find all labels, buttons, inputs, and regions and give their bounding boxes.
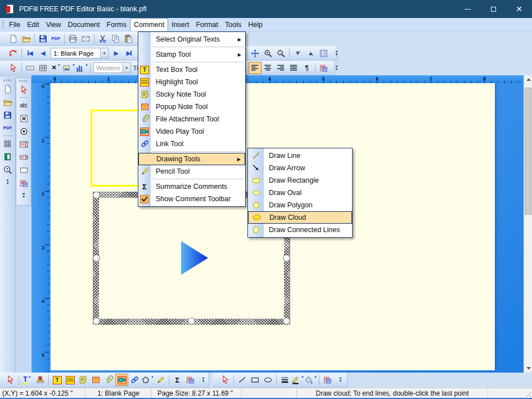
- barcode-field-button[interactable]: ▼: [75, 62, 88, 74]
- video-play-tool-button[interactable]: [115, 374, 128, 386]
- text-box-tool-button[interactable]: T: [51, 374, 64, 386]
- checkbox-field-button[interactable]: [17, 112, 30, 125]
- menu-item-select-original-texts[interactable]: Select Original Texts▶: [138, 33, 245, 46]
- menu-document[interactable]: Document: [65, 18, 103, 31]
- menu-view[interactable]: View: [43, 18, 65, 31]
- menu-item-draw-cloud[interactable]: Draw Cloud: [248, 211, 352, 224]
- page-selector[interactable]: 1: Blank Page▼: [51, 48, 109, 58]
- toolbar-grip[interactable]: [3, 79, 12, 81]
- close-button[interactable]: ✕: [506, 0, 532, 18]
- chevron-down-icon[interactable]: ▼: [123, 63, 130, 72]
- save-as-pdf-button[interactable]: PDF: [49, 33, 62, 45]
- drawing-tools-button[interactable]: ▼: [141, 374, 154, 386]
- paste-special-button[interactable]: [321, 374, 334, 386]
- menu-edit[interactable]: Edit: [24, 18, 43, 31]
- last-page-button[interactable]: ▶: [123, 47, 136, 60]
- menu-help[interactable]: Help: [245, 18, 266, 31]
- radio-field-button[interactable]: [17, 125, 30, 138]
- toolbar-overflow-button[interactable]: ▾: [330, 62, 343, 74]
- link-tool-button[interactable]: [128, 374, 141, 386]
- paste-special-button[interactable]: [17, 176, 30, 189]
- collapse-button[interactable]: ▼: [291, 47, 304, 60]
- menu-item-video-play-tool[interactable]: Video Play Tool: [138, 125, 245, 138]
- button-field-button[interactable]: [17, 164, 30, 176]
- previous-page-button[interactable]: ◀: [37, 47, 49, 60]
- menu-item-drawing-tools[interactable]: Drawing Tools▶: [138, 153, 245, 165]
- save-button[interactable]: [37, 33, 49, 45]
- open-button[interactable]: [1, 96, 15, 108]
- menu-format[interactable]: Format: [192, 18, 222, 31]
- menu-tools[interactable]: Tools: [222, 18, 245, 31]
- file-attachment-tool-button[interactable]: [102, 374, 115, 386]
- line-style-button[interactable]: [236, 374, 249, 386]
- multiple-pages-button[interactable]: [1, 137, 15, 150]
- image-field-button[interactable]: ▼: [62, 62, 75, 74]
- menu-item-pencil-tool[interactable]: Pencil Tool: [138, 165, 245, 178]
- line-width-button[interactable]: [278, 374, 291, 386]
- new-document-button[interactable]: [1, 83, 15, 96]
- menu-insert[interactable]: Insert: [168, 18, 192, 31]
- toolbar-overflow-button[interactable]: ▾: [17, 189, 30, 202]
- fill-color-button[interactable]: ▼: [304, 374, 317, 386]
- menu-item-summarize-comments[interactable]: ΣSummarize Comments: [138, 180, 245, 193]
- menu-item-draw-polygon[interactable]: Draw Polygon: [248, 199, 352, 211]
- menu-item-draw-oval[interactable]: Draw Oval: [248, 187, 352, 199]
- paste-special-button[interactable]: [184, 374, 197, 386]
- new-document-button[interactable]: [7, 33, 20, 45]
- print-button[interactable]: [66, 33, 79, 45]
- cut-button[interactable]: [96, 33, 109, 45]
- selection-handle[interactable]: [283, 255, 290, 262]
- menu-item-draw-rectangle[interactable]: Draw Rectangle: [248, 174, 352, 187]
- select-tool-button[interactable]: [219, 374, 232, 386]
- page-options-button[interactable]: [317, 47, 330, 60]
- zoom-dynamic-button[interactable]: [274, 47, 287, 60]
- refresh-button[interactable]: [7, 47, 20, 60]
- align-justify-button[interactable]: [287, 62, 300, 74]
- font-encoding-selector[interactable]: Western▼: [93, 62, 131, 73]
- minimize-button[interactable]: [454, 0, 480, 18]
- next-page-button[interactable]: ▶: [110, 47, 123, 60]
- vertical-scrollbar[interactable]: [524, 75, 532, 373]
- book-view-button[interactable]: [1, 150, 15, 163]
- highlight-tool-button[interactable]: [64, 374, 76, 386]
- selection-handle[interactable]: [93, 192, 100, 199]
- paragraph-marks-button[interactable]: ¶: [300, 62, 313, 74]
- first-page-button[interactable]: ◀: [24, 47, 37, 60]
- toolbar-grip[interactable]: [19, 80, 28, 82]
- selection-handle[interactable]: [93, 255, 100, 262]
- oval-style-button[interactable]: [262, 374, 274, 386]
- menu-comment[interactable]: Comment: [130, 18, 168, 31]
- selection-handle[interactable]: [93, 318, 100, 325]
- popup-note-tool-button[interactable]: [89, 374, 102, 386]
- zoom-text-button[interactable]: T: [1, 163, 15, 176]
- text-field-tool-button[interactable]: [24, 62, 37, 74]
- menu-forms[interactable]: Forms: [103, 18, 130, 31]
- expand-button[interactable]: ▲: [304, 47, 317, 60]
- menu-item-stamp-tool[interactable]: Stamp Tool▶: [138, 48, 245, 61]
- selection-handle[interactable]: [283, 318, 290, 325]
- scroll-up-button[interactable]: [524, 75, 532, 84]
- sticky-note-tool-button[interactable]: [76, 374, 89, 386]
- select-tool-button[interactable]: [17, 83, 30, 96]
- rectangle-style-button[interactable]: [249, 374, 262, 386]
- select-tool-button[interactable]: [4, 374, 17, 386]
- save-as-pdf-button[interactable]: PDF: [1, 121, 15, 134]
- paste-button[interactable]: [122, 33, 135, 45]
- table-tool-button[interactable]: [37, 62, 49, 74]
- toolbar-overflow-button[interactable]: ▾: [334, 374, 347, 386]
- align-center-button[interactable]: [262, 62, 274, 74]
- menu-item-text-box-tool[interactable]: TText Box Tool: [138, 64, 245, 76]
- stamp-tool-button[interactable]: [34, 374, 47, 386]
- combobox-field-button[interactable]: [17, 151, 30, 164]
- menu-item-file-attachment-tool[interactable]: File Attachment Tool: [138, 113, 245, 125]
- menu-item-sticky-note-tool[interactable]: Sticky Note Tool: [138, 88, 245, 101]
- delete-field-button[interactable]: ✕▼: [49, 62, 62, 74]
- resize-grip[interactable]: [526, 392, 531, 397]
- triangle-annotation[interactable]: [181, 241, 208, 275]
- paste-special-button[interactable]: [317, 62, 330, 74]
- align-left-button[interactable]: [249, 62, 262, 74]
- menu-file[interactable]: File: [6, 18, 24, 31]
- menu-item-draw-arrow[interactable]: Draw Arrow: [248, 162, 352, 174]
- listbox-field-button[interactable]: [17, 138, 30, 151]
- text-field-button[interactable]: ab|: [17, 99, 30, 112]
